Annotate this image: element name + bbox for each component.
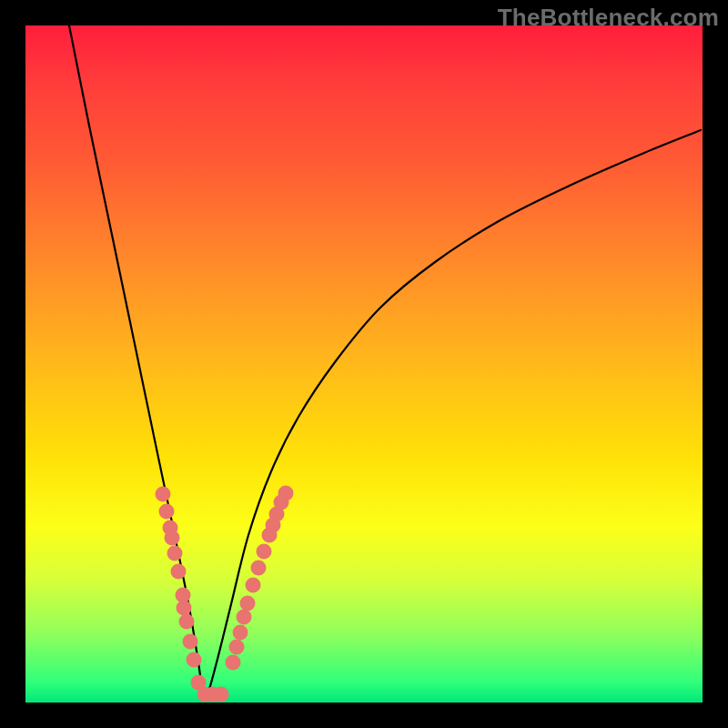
- marker-dot: [177, 601, 192, 616]
- plot-area: [25, 25, 703, 703]
- bottleneck-curve: [69, 25, 701, 698]
- chart-svg: [25, 25, 703, 703]
- marker-dot: [237, 610, 252, 625]
- marker-dot: [179, 614, 195, 630]
- marker-dot: [278, 486, 294, 501]
- marker-dot: [171, 564, 187, 580]
- marker-dot: [214, 687, 229, 703]
- marker-dot: [257, 544, 272, 560]
- marker-dot: [233, 625, 248, 641]
- marker-dot: [251, 561, 267, 576]
- marker-dot: [183, 634, 198, 650]
- marker-dot: [226, 655, 241, 671]
- marker-dot: [165, 531, 180, 546]
- marker-dot: [229, 640, 245, 655]
- marker-dot: [156, 487, 171, 502]
- marker-dot: [167, 546, 183, 561]
- marker-dot: [159, 504, 175, 520]
- marker-dot: [240, 596, 256, 612]
- marker-dot: [187, 652, 202, 668]
- marker-dot: [246, 578, 261, 593]
- marker-group: [156, 486, 294, 703]
- outer-frame: TheBottleneck.com: [0, 0, 728, 728]
